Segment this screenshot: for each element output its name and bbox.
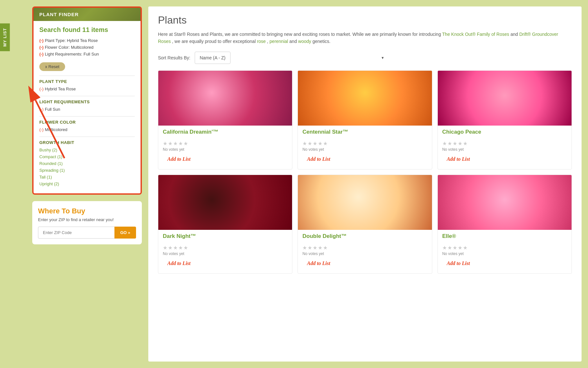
product-name: Chicago Peace bbox=[442, 129, 567, 137]
product-stars: ★ ★ ★ ★ ★ bbox=[163, 140, 288, 147]
filter-light-full-sun[interactable]: (-) Full Sun bbox=[39, 107, 135, 112]
active-filter-light[interactable]: (-) Light Requirements: Full Sun bbox=[39, 52, 135, 56]
reset-button[interactable]: x Reset bbox=[39, 62, 65, 71]
star-icon: ★ bbox=[442, 245, 447, 251]
star-icon: ★ bbox=[302, 140, 307, 147]
add-to-list-button[interactable]: Add to List bbox=[302, 259, 335, 268]
minus-icon: (-) bbox=[39, 107, 44, 112]
active-filter-plant-type[interactable]: (-) Plant Type: Hybrid Tea Rose bbox=[39, 38, 135, 43]
divider bbox=[39, 137, 135, 137]
plant-finder-box: PLANT FINDER Search found 11 items (-) P… bbox=[32, 6, 142, 195]
add-to-list-button[interactable]: Add to List bbox=[163, 259, 195, 268]
product-stars: ★ ★ ★ ★ ★ bbox=[442, 245, 567, 251]
star-icon: ★ bbox=[173, 140, 178, 147]
minus-icon: (-) bbox=[39, 127, 44, 132]
zip-go-button[interactable]: GO » bbox=[114, 227, 136, 239]
star-icon: ★ bbox=[453, 245, 457, 251]
product-stars: ★ ★ ★ ★ ★ bbox=[302, 245, 427, 251]
divider bbox=[39, 96, 135, 96]
active-filter-flower-color[interactable]: (-) Flower Color: Multicolored bbox=[39, 45, 135, 50]
star-icon: ★ bbox=[168, 140, 172, 147]
minus-icon: (-) bbox=[39, 87, 44, 91]
star-icon: ★ bbox=[318, 140, 322, 147]
filter-growth-bushy[interactable]: Bushy (2) bbox=[39, 148, 135, 152]
votes-text: No votes yet bbox=[163, 147, 288, 152]
product-card: Dark Night™ ★ ★ ★ ★ ★ No votes yet Add t… bbox=[158, 175, 292, 274]
product-card: Double Delight™ ★ ★ ★ ★ ★ No votes yet A… bbox=[298, 175, 432, 274]
votes-text: No votes yet bbox=[163, 251, 288, 256]
product-image bbox=[438, 175, 572, 230]
plant-finder-header: PLANT FINDER bbox=[34, 8, 141, 21]
product-stars: ★ ★ ★ ★ ★ bbox=[442, 140, 567, 147]
filter-flower-multicolored[interactable]: (-) Multicolored bbox=[39, 127, 135, 132]
product-name: Double Delight™ bbox=[302, 233, 427, 241]
star-icon: ★ bbox=[302, 245, 307, 251]
knock-out-link[interactable]: The Knock Out® Family of Roses bbox=[442, 32, 509, 37]
product-name: Dark Night™ bbox=[163, 233, 288, 241]
star-icon: ★ bbox=[463, 140, 467, 147]
sort-bar: Sort Results By: Name (A - Z) Name (Z - … bbox=[158, 52, 572, 64]
star-icon: ★ bbox=[183, 140, 188, 147]
filter-plant-type-hybrid-tea[interactable]: (-) Hybrid Tea Rose bbox=[39, 87, 135, 91]
product-name: California Dreamin'™ bbox=[163, 129, 288, 137]
star-icon: ★ bbox=[323, 140, 328, 147]
product-card: Centennial Star™ ★ ★ ★ ★ ★ No votes yet … bbox=[298, 70, 432, 169]
page-title: Plants bbox=[158, 14, 572, 26]
star-icon: ★ bbox=[458, 245, 462, 251]
filter-growth-spreading[interactable]: Spreading (1) bbox=[39, 168, 135, 173]
product-image bbox=[158, 71, 292, 126]
filter-growth-tall[interactable]: Tall (1) bbox=[39, 175, 135, 179]
star-icon: ★ bbox=[308, 140, 312, 147]
product-image bbox=[438, 71, 572, 126]
product-card: Elle® ★ ★ ★ ★ ★ No votes yet Add to List bbox=[437, 175, 572, 274]
filter-growth-upright[interactable]: Upright (2) bbox=[39, 181, 135, 186]
votes-text: No votes yet bbox=[442, 147, 567, 152]
filter-section-plant-type: PLANT TYPE bbox=[39, 79, 135, 84]
where-to-buy-title: Where To Buy bbox=[38, 207, 136, 215]
add-to-list-button[interactable]: Add to List bbox=[163, 155, 195, 163]
filter-section-growth-habit: GROWTH HABIT bbox=[39, 140, 135, 145]
votes-text: No votes yet bbox=[442, 251, 567, 256]
add-to-list-button[interactable]: Add to List bbox=[442, 259, 475, 268]
sort-select[interactable]: Name (A - Z) Name (Z - A) Newest First bbox=[195, 52, 230, 64]
star-icon: ★ bbox=[173, 245, 178, 251]
sort-select-wrapper: Name (A - Z) Name (Z - A) Newest First bbox=[195, 52, 388, 64]
product-stars: ★ ★ ★ ★ ★ bbox=[302, 140, 427, 147]
rose-link[interactable]: rose bbox=[257, 39, 266, 44]
votes-text: No votes yet bbox=[302, 147, 427, 152]
star-icon: ★ bbox=[313, 140, 317, 147]
star-icon: ★ bbox=[313, 245, 317, 251]
star-icon: ★ bbox=[458, 140, 462, 147]
main-content: Plants Here at Star® Roses and Plants, w… bbox=[148, 6, 582, 362]
star-icon: ★ bbox=[183, 245, 188, 251]
star-icon: ★ bbox=[447, 245, 452, 251]
star-icon: ★ bbox=[168, 245, 172, 251]
add-to-list-button[interactable]: Add to List bbox=[302, 155, 335, 163]
star-icon: ★ bbox=[442, 140, 447, 147]
products-grid: California Dreamin'™ ★ ★ ★ ★ ★ No votes … bbox=[158, 70, 572, 274]
perennial-link[interactable]: perennial bbox=[270, 39, 288, 44]
my-list-tab[interactable]: MY LIST bbox=[0, 23, 10, 51]
divider bbox=[39, 116, 135, 117]
product-stars: ★ ★ ★ ★ ★ bbox=[163, 245, 288, 251]
product-name: Elle® bbox=[442, 233, 567, 241]
star-icon: ★ bbox=[163, 140, 167, 147]
woody-link[interactable]: woody bbox=[298, 39, 311, 44]
add-to-list-button[interactable]: Add to List bbox=[442, 155, 475, 163]
minus-icon: (-) bbox=[39, 45, 44, 50]
minus-icon: (-) bbox=[39, 38, 44, 43]
product-card: Chicago Peace ★ ★ ★ ★ ★ No votes yet Add… bbox=[437, 70, 572, 169]
star-icon: ★ bbox=[318, 245, 322, 251]
star-icon: ★ bbox=[453, 140, 457, 147]
zip-input[interactable] bbox=[38, 227, 114, 239]
product-name: Centennial Star™ bbox=[302, 129, 427, 137]
filter-section-flower-color: FLOWER COLOR bbox=[39, 120, 135, 125]
votes-text: No votes yet bbox=[302, 251, 427, 256]
search-found-label: Search found 11 items bbox=[39, 26, 135, 34]
sidebar: PLANT FINDER Search found 11 items (-) P… bbox=[32, 6, 142, 362]
star-icon: ★ bbox=[308, 245, 312, 251]
filter-growth-compact[interactable]: Compact (1) bbox=[39, 154, 135, 159]
filter-growth-rounded[interactable]: Rounded (1) bbox=[39, 161, 135, 166]
where-to-buy-description: Enter your ZIP to find a retailer near y… bbox=[38, 217, 136, 222]
star-icon: ★ bbox=[447, 140, 452, 147]
